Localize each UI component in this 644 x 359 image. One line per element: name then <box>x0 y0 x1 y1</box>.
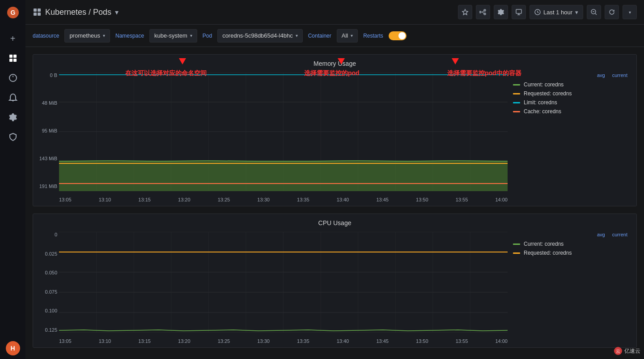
add-button[interactable]: + <box>4 30 22 47</box>
memory-chart-panel: Memory Usage 191 MiB 143 MiB 95 MiB 48 M… <box>33 54 637 206</box>
memory-legend-color-1 <box>513 93 520 94</box>
svg-marker-36 <box>59 161 508 191</box>
cpu-y-labels: 0.125 0.100 0.075 0.050 0.025 0 <box>37 232 59 333</box>
memory-x-labels: 13:05 13:10 13:15 13:20 13:25 13:30 13:3… <box>59 195 508 202</box>
alerting-nav-item[interactable] <box>4 89 22 107</box>
memory-avg-label: avg <box>597 73 605 78</box>
cpu-chart-area: 0.125 0.100 0.075 0.050 0.025 0 <box>37 232 508 344</box>
memory-chart-body: 191 MiB 143 MiB 95 MiB 48 MiB 0 B <box>33 73 636 206</box>
time-range-picker[interactable]: Last 1 hour ▾ <box>530 5 583 19</box>
sidebar: G + H <box>0 0 25 359</box>
cpu-current-label: current <box>612 232 627 237</box>
memory-legend-item-2: Limit: coredns <box>513 99 627 106</box>
cpu-avg-label: avg <box>597 232 605 237</box>
memory-svg-container <box>59 73 508 191</box>
memory-legend-item-1: Requested: coredns <box>513 90 627 97</box>
clock-icon <box>534 9 541 15</box>
toggle-knob <box>398 32 406 39</box>
restarts-label: Restarts <box>363 33 383 39</box>
settings-button[interactable] <box>494 5 508 19</box>
memory-legend: avg current Current: coredns Requested: … <box>508 73 633 202</box>
pod-caret: ▾ <box>296 33 298 38</box>
grafana-logo[interactable]: G <box>4 4 22 21</box>
memory-legend-item-0: Current: coredns <box>513 81 627 88</box>
zoom-out-button[interactable] <box>587 5 601 19</box>
datasource-label: datasource <box>33 33 59 39</box>
svg-rect-3 <box>13 55 17 58</box>
settings-nav-item[interactable] <box>4 108 22 126</box>
container-label: Container <box>308 33 331 39</box>
container-caret: ▾ <box>351 33 353 38</box>
svg-rect-4 <box>9 59 13 62</box>
svg-rect-2 <box>9 55 13 58</box>
dashboard-nav-item[interactable] <box>4 49 22 67</box>
namespace-select[interactable]: kube-system ▾ <box>149 29 197 43</box>
cpu-svg-container <box>59 232 508 333</box>
filterbar: datasource prometheus ▾ Namespace kube-s… <box>25 25 644 47</box>
cpu-legend-color-1 <box>513 252 520 254</box>
container-select[interactable]: All ▾ <box>337 29 358 43</box>
pod-select[interactable]: coredns-5c98db65d4-l4bhc ▾ <box>217 29 303 43</box>
memory-current-label: current <box>612 73 627 78</box>
watermark: 云 亿速云 <box>614 346 640 355</box>
cpu-legend-header: avg current <box>513 232 627 237</box>
cpu-x-labels: 13:05 13:10 13:15 13:20 13:25 13:30 13:3… <box>59 337 508 344</box>
topbar-actions: Last 1 hour ▾ ▾ <box>458 5 637 19</box>
cpu-chart-title: CPU Usage <box>33 214 636 232</box>
svg-marker-7 <box>12 75 14 77</box>
page-title: Kubernetes / Pods ▾ <box>33 8 458 17</box>
monitor-button[interactable] <box>512 5 526 19</box>
share-button[interactable] <box>476 5 490 19</box>
cpu-legend-color-0 <box>513 244 520 245</box>
cpu-chart-panel: CPU Usage 0.125 0.100 0.075 0.050 0.025 … <box>33 214 637 348</box>
user-avatar[interactable]: H <box>6 341 20 355</box>
refresh-button[interactable] <box>605 5 619 19</box>
memory-y-labels: 191 MiB 143 MiB 95 MiB 48 MiB 0 B <box>37 73 59 189</box>
topbar: Kubernetes / Pods ▾ <box>25 0 644 25</box>
svg-rect-5 <box>13 59 17 62</box>
cpu-legend-item-1: Requested: coredns <box>513 250 627 256</box>
svg-marker-12 <box>462 9 468 15</box>
namespace-caret: ▾ <box>190 33 192 38</box>
datasource-select[interactable]: prometheus ▾ <box>64 29 110 43</box>
memory-legend-item-3: Cache: coredns <box>513 108 627 115</box>
explore-nav-item[interactable] <box>4 69 22 87</box>
svg-rect-11 <box>38 13 41 16</box>
svg-rect-9 <box>38 9 41 12</box>
watermark-icon: 云 <box>614 346 623 355</box>
memory-legend-color-3 <box>513 111 520 112</box>
svg-rect-10 <box>34 13 37 16</box>
svg-text:G: G <box>10 9 15 16</box>
memory-legend-color-0 <box>513 84 520 85</box>
namespace-label: Namespace <box>115 33 144 39</box>
cpu-legend: avg current Current: coredns Requested: … <box>508 232 633 344</box>
cpu-chart-body: 0.125 0.100 0.075 0.050 0.025 0 <box>33 232 636 347</box>
shield-nav-item[interactable] <box>4 128 22 146</box>
memory-legend-color-2 <box>513 102 520 103</box>
svg-rect-16 <box>516 9 521 13</box>
svg-text:云: 云 <box>616 349 620 354</box>
sidebar-bottom: H <box>6 341 20 355</box>
grid-icon <box>33 8 42 17</box>
memory-chart-area: 191 MiB 143 MiB 95 MiB 48 MiB 0 B <box>37 73 508 202</box>
svg-rect-8 <box>34 9 37 12</box>
cpu-legend-item-0: Current: coredns <box>513 241 627 247</box>
memory-chart-title: Memory Usage <box>33 55 636 73</box>
restarts-toggle[interactable] <box>389 31 407 40</box>
star-button[interactable] <box>458 5 472 19</box>
memory-legend-header: avg current <box>513 73 627 78</box>
main-content: Memory Usage 191 MiB 143 MiB 95 MiB 48 M… <box>25 47 644 359</box>
datasource-caret: ▾ <box>103 33 105 38</box>
dropdown-button[interactable]: ▾ <box>623 5 637 19</box>
pod-label: Pod <box>203 33 212 39</box>
